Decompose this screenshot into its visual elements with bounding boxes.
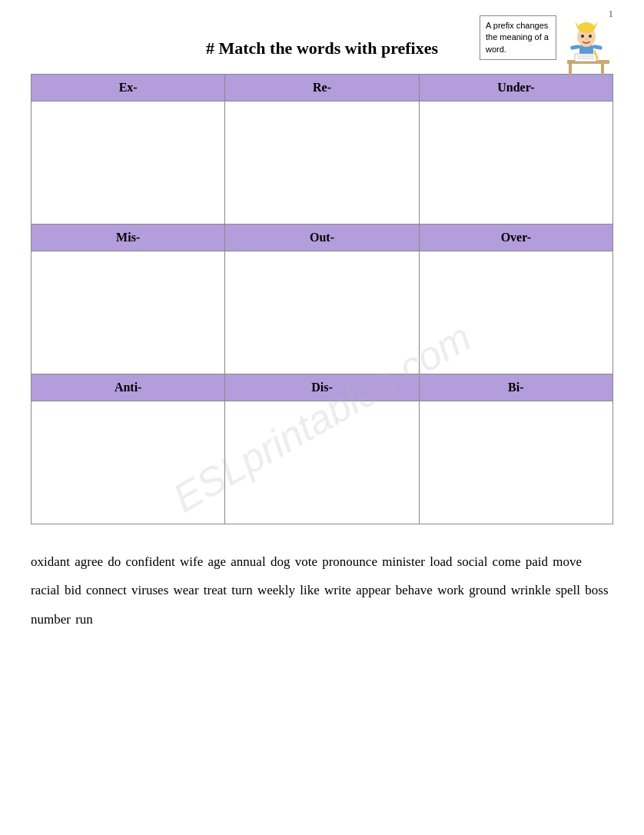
cell-dis [225, 401, 419, 524]
word-item: come [493, 554, 521, 569]
svg-rect-1 [569, 64, 572, 75]
word-item: like [300, 583, 320, 597]
word-item: appear [356, 583, 390, 597]
word-item: agree [75, 554, 103, 569]
table-header-row-1: Ex- Re- Under- [32, 75, 613, 101]
word-item: wife [180, 554, 203, 569]
student-figure [559, 15, 613, 77]
header-bi: Bi- [419, 374, 612, 401]
cell-under [419, 101, 612, 225]
table-row-3 [32, 401, 613, 524]
word-item: number [31, 612, 71, 627]
word-item: boss [585, 583, 608, 597]
cell-bi [419, 401, 612, 524]
svg-rect-12 [570, 45, 580, 50]
header-re: Re- [225, 75, 419, 101]
cell-ex [32, 101, 225, 225]
word-item: run [75, 612, 93, 627]
word-item: minister [382, 554, 425, 569]
cell-re [225, 101, 419, 225]
header-out: Out- [225, 225, 419, 251]
cell-anti [32, 401, 225, 524]
cell-mis [32, 251, 225, 374]
header-anti: Anti- [32, 374, 225, 401]
word-item: confident [126, 554, 175, 569]
word-item: ground [469, 583, 506, 597]
word-item: write [324, 583, 351, 597]
word-item: bid [65, 583, 81, 597]
word-item: turn [231, 583, 252, 597]
word-item: racial [31, 583, 60, 597]
word-item: move [553, 554, 582, 569]
cell-over [419, 251, 612, 374]
svg-rect-2 [601, 64, 604, 75]
svg-point-10 [589, 35, 592, 38]
table-row-1 [32, 101, 613, 225]
word-item: viruses [131, 583, 168, 597]
svg-rect-13 [593, 45, 603, 50]
svg-point-11 [586, 38, 588, 40]
word-item: oxidant [31, 554, 70, 569]
word-item: treat [204, 583, 227, 597]
word-item: dog [271, 554, 290, 569]
word-bank: oxidant agree do confident wife age annu… [31, 547, 613, 634]
svg-point-9 [581, 35, 584, 38]
word-item: wrinkle [511, 583, 551, 597]
cell-out [225, 251, 419, 374]
word-item: paid [526, 554, 548, 569]
word-item: social [457, 554, 488, 569]
header-over: Over- [419, 225, 612, 251]
header-mis: Mis- [32, 225, 225, 251]
word-item: pronounce [322, 554, 377, 569]
word-item: age [207, 554, 226, 569]
svg-rect-14 [575, 54, 596, 62]
prefix-table: Ex- Re- Under- Mis- Out- Over- Anti- Dis… [31, 74, 613, 524]
word-item: spell [556, 583, 580, 597]
word-item: load [430, 554, 452, 569]
word-item: work [437, 583, 464, 597]
info-box: A prefix changes the meaning of a word. [480, 15, 613, 77]
table-header-row-3: Anti- Dis- Bi- [32, 374, 613, 401]
table-row-2 [32, 251, 613, 374]
word-item: do [108, 554, 121, 569]
info-text: A prefix changes the meaning of a word. [480, 15, 556, 60]
word-item: behave [396, 583, 433, 597]
header-area: # Match the words with prefixes A prefix… [31, 15, 613, 58]
header-ex: Ex- [32, 75, 225, 101]
word-item: connect [86, 583, 127, 597]
word-item: wear [174, 583, 199, 597]
word-item: annual [231, 554, 265, 569]
word-item: weekly [257, 583, 295, 597]
header-under: Under- [419, 75, 612, 101]
page-title: # Match the words with prefixes [206, 38, 438, 58]
word-item: vote [295, 554, 317, 569]
header-dis: Dis- [225, 374, 419, 401]
table-header-row-2: Mis- Out- Over- [32, 225, 613, 251]
